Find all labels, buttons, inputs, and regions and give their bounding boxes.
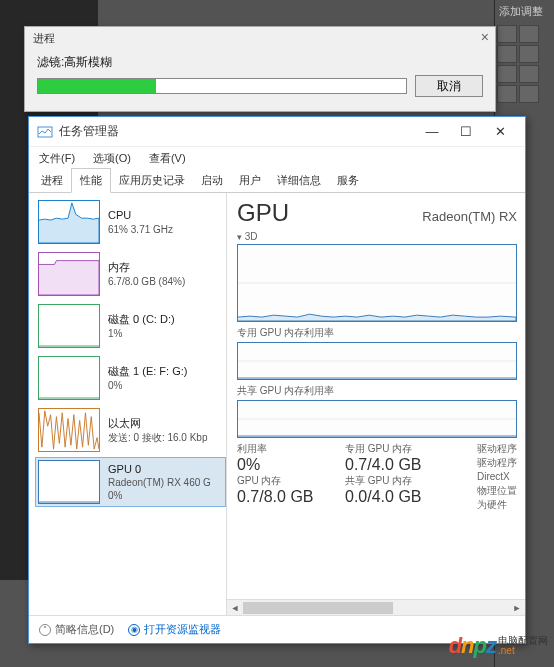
- tab-services[interactable]: 服务: [329, 169, 367, 192]
- sidebar-item-memory[interactable]: 内存 6.7/8.0 GB (84%): [35, 249, 226, 299]
- disk0-sub: 1%: [108, 327, 175, 340]
- ps-adj-icon[interactable]: [497, 45, 517, 63]
- chart-dedicated: [237, 342, 517, 380]
- menubar: 文件(F) 选项(O) 查看(V): [29, 147, 525, 169]
- cpu-title: CPU: [108, 208, 173, 222]
- watermark-logo: dnpz: [449, 633, 496, 659]
- sidebar-item-disk0[interactable]: 磁盘 0 (C: D:) 1%: [35, 301, 226, 351]
- sidebar-item-gpu[interactable]: GPU 0 Radeon(TM) RX 460 G 0%: [35, 457, 226, 507]
- gpu-sub: Radeon(TM) RX 460 G: [108, 476, 211, 489]
- memory-thumb-chart: [38, 252, 100, 296]
- sidebar-item-ethernet[interactable]: 以太网 发送: 0 接收: 16.0 Kbp: [35, 405, 226, 455]
- sidebar-item-cpu[interactable]: CPU 61% 3.71 GHz: [35, 197, 226, 247]
- scroll-right-icon[interactable]: ►: [509, 601, 525, 615]
- fewer-details-button[interactable]: ˄ 简略信息(D): [39, 622, 114, 637]
- chart-3d: [237, 244, 517, 322]
- tab-bar: 进程 性能 应用历史记录 启动 用户 详细信息 服务: [29, 169, 525, 193]
- stat-util-label: 利用率: [237, 442, 327, 456]
- chart-dedicated-label: 专用 GPU 内存利用率: [237, 326, 517, 340]
- tab-users[interactable]: 用户: [231, 169, 269, 192]
- progress-titlebar[interactable]: 进程 ×: [25, 27, 495, 50]
- cpu-sub: 61% 3.71 GHz: [108, 223, 173, 236]
- tab-performance[interactable]: 性能: [71, 168, 111, 193]
- ps-adj-icon[interactable]: [497, 65, 517, 83]
- menu-options[interactable]: 选项(O): [89, 150, 135, 167]
- menu-file[interactable]: 文件(F): [35, 150, 79, 167]
- watermark: dnpz 电脑配置网.net: [449, 633, 548, 659]
- stat-dedicated-value: 0.7/4.0 GB: [345, 456, 435, 474]
- cpu-thumb-chart: [38, 200, 100, 244]
- gpu-thumb-chart: [38, 460, 100, 504]
- chevron-up-icon: ˄: [39, 624, 51, 636]
- ethernet-sub: 发送: 0 接收: 16.0 Kbp: [108, 431, 208, 444]
- gpu-title: GPU 0: [108, 462, 211, 476]
- ethernet-title: 以太网: [108, 416, 208, 430]
- chart-3d-label: 3D: [245, 231, 258, 242]
- open-resmon-link[interactable]: ◉ 打开资源监视器: [128, 622, 221, 637]
- stat-dedicated-label: 专用 GPU 内存: [345, 442, 435, 456]
- ps-adj-icon[interactable]: [497, 25, 517, 43]
- progress-window-title: 进程: [33, 32, 55, 44]
- horizontal-scrollbar[interactable]: ◄ ►: [227, 599, 525, 615]
- ps-adjustments-label: 添加调整: [495, 0, 554, 23]
- ps-adj-icon[interactable]: [519, 45, 539, 63]
- memory-sub: 6.7/8.0 GB (84%): [108, 275, 185, 288]
- scroll-thumb[interactable]: [243, 602, 393, 614]
- progress-fill: [38, 79, 156, 93]
- ethernet-thumb-chart: [38, 408, 100, 452]
- svg-rect-0: [38, 127, 52, 137]
- disk0-thumb-chart: [38, 304, 100, 348]
- gpu-right-info: 驱动程序 驱动程序 DirectX 物理位置 为硬件: [477, 442, 517, 512]
- disk1-thumb-chart: [38, 356, 100, 400]
- disk1-title: 磁盘 1 (E: F: G:): [108, 364, 187, 378]
- stat-shared-value: 0.0/4.0 GB: [345, 488, 435, 506]
- ps-adj-icon[interactable]: [519, 85, 539, 103]
- gpu-stats: 利用率 0% GPU 内存 0.7/8.0 GB 专用 GPU 内存 0.7/4…: [237, 442, 517, 505]
- sidebar-item-disk1[interactable]: 磁盘 1 (E: F: G:) 0%: [35, 353, 226, 403]
- progress-bar: [37, 78, 407, 94]
- body: CPU 61% 3.71 GHz 内存 6.7/8.0 GB (84%): [29, 193, 525, 615]
- task-manager-icon: [37, 124, 53, 140]
- disk0-title: 磁盘 0 (C: D:): [108, 312, 175, 326]
- resmon-icon: ◉: [128, 624, 140, 636]
- window-title: 任务管理器: [59, 123, 415, 140]
- gpu-detail-panel: GPU Radeon(TM) RX ▾ 3D 专用 GPU 内存利用率 共享 G…: [227, 193, 525, 615]
- detail-title: GPU: [237, 199, 289, 227]
- progress-dialog: 进程 × 滤镜:高斯模糊 取消: [24, 26, 496, 112]
- chart-shared: [237, 400, 517, 438]
- performance-sidebar: CPU 61% 3.71 GHz 内存 6.7/8.0 GB (84%): [29, 193, 227, 615]
- ps-adj-icon[interactable]: [519, 25, 539, 43]
- stat-util-value: 0%: [237, 456, 327, 474]
- chevron-down-icon[interactable]: ▾: [237, 232, 242, 242]
- minimize-button[interactable]: —: [415, 120, 449, 144]
- titlebar[interactable]: 任务管理器 — ☐ ✕: [29, 117, 525, 147]
- gpu-name: Radeon(TM) RX: [422, 209, 517, 224]
- ps-adjustment-icons: [495, 23, 554, 105]
- stat-gpumem-label: GPU 内存: [237, 474, 327, 488]
- stat-gpumem-value: 0.7/8.0 GB: [237, 488, 327, 506]
- gpu-sub2: 0%: [108, 489, 211, 502]
- stat-shared-label: 共享 GPU 内存: [345, 474, 435, 488]
- scroll-left-icon[interactable]: ◄: [227, 601, 243, 615]
- watermark-text: 电脑配置网.net: [498, 636, 548, 656]
- menu-view[interactable]: 查看(V): [145, 150, 190, 167]
- disk1-sub: 0%: [108, 379, 187, 392]
- tab-processes[interactable]: 进程: [33, 169, 71, 192]
- close-button[interactable]: ✕: [483, 120, 517, 144]
- ps-adj-icon[interactable]: [497, 85, 517, 103]
- cancel-button[interactable]: 取消: [415, 75, 483, 97]
- tab-history[interactable]: 应用历史记录: [111, 169, 193, 192]
- ps-adj-icon[interactable]: [519, 65, 539, 83]
- memory-title: 内存: [108, 260, 185, 274]
- tab-startup[interactable]: 启动: [193, 169, 231, 192]
- task-manager-window: 任务管理器 — ☐ ✕ 文件(F) 选项(O) 查看(V) 进程 性能 应用历史…: [28, 116, 526, 644]
- tab-details[interactable]: 详细信息: [269, 169, 329, 192]
- close-icon[interactable]: ×: [481, 29, 489, 45]
- progress-label: 滤镜:高斯模糊: [37, 54, 483, 71]
- chart-shared-label: 共享 GPU 内存利用率: [237, 384, 517, 398]
- maximize-button[interactable]: ☐: [449, 120, 483, 144]
